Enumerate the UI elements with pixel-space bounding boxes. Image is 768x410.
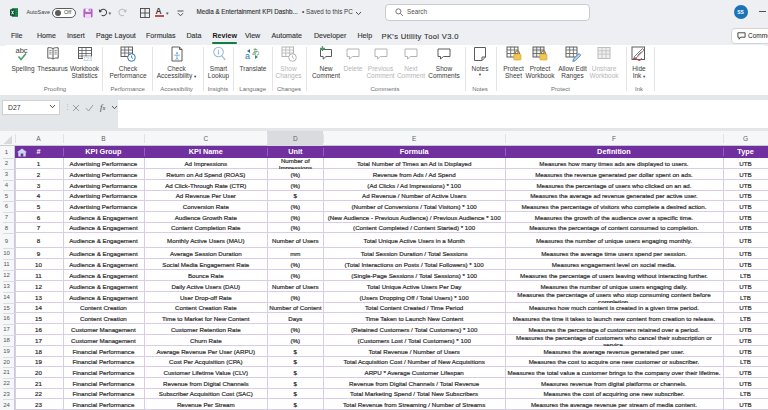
svg-text:123: 123	[83, 56, 92, 62]
svg-text:あ: あ	[252, 47, 260, 56]
